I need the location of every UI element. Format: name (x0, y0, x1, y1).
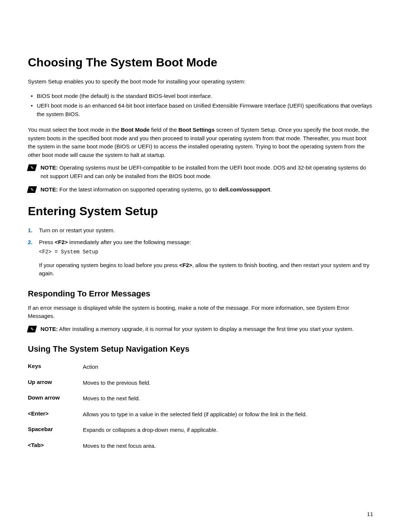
note-label: NOTE: (40, 326, 58, 332)
step-sub-paragraph: If your operating system begins to load … (39, 261, 373, 278)
note-label: NOTE: (40, 164, 58, 171)
note-block: ✎ NOTE: Operating systems must be UEFI-c… (28, 164, 373, 180)
key-f2: <F2> (55, 239, 68, 245)
boot-mode-bullet-list: BIOS boot mode (the default) is the stan… (28, 92, 373, 119)
step-item: 2. Press <F2> immediately after you see … (28, 238, 373, 278)
key-name: Up arrow (28, 379, 83, 387)
key-f2: <F2> (179, 262, 192, 268)
note-label: NOTE: (40, 186, 58, 193)
table-row: Spacebar Expands or collapses a drop-dow… (28, 422, 373, 438)
key-action: Expands or collapses a drop-down menu, i… (83, 426, 218, 434)
bold-boot-mode: Boot Mode (121, 127, 149, 133)
note-text: NOTE: After installing a memory upgrade,… (40, 325, 354, 334)
page-number: 11 (367, 511, 373, 517)
table-header-keys: Keys (28, 363, 83, 371)
note-icon: ✎ (27, 164, 37, 171)
key-name: <Tab> (28, 442, 83, 450)
note-text: NOTE: For the latest information on supp… (40, 185, 272, 194)
text-fragment: immediately after you see the following … (68, 239, 191, 245)
setup-steps-list: 1. Turn on or restart your system. 2. Pr… (28, 226, 373, 278)
code-text: <F2> = System Setup (39, 248, 373, 256)
error-messages-paragraph: If an error message is displayed while t… (28, 304, 373, 321)
key-action: Moves to the previous field. (83, 379, 151, 387)
table-header-row: Keys Action (28, 359, 373, 375)
key-name: Spacebar (28, 426, 83, 434)
note-block: ✎ NOTE: For the latest information on su… (28, 185, 373, 194)
text-fragment: . (270, 186, 272, 193)
step-number: 2. (28, 238, 33, 247)
text-fragment: For the latest information on supported … (58, 186, 219, 193)
text-fragment: field of the (150, 127, 179, 133)
boot-mode-paragraph: You must select the boot mode in the Boo… (28, 126, 373, 159)
text-fragment: After installing a memory upgrade, it is… (58, 326, 354, 332)
bold-boot-settings: Boot Settings (178, 127, 215, 133)
table-row: Up arrow Moves to the previous field. (28, 375, 373, 391)
key-name: <Enter> (28, 410, 83, 419)
note-block: ✎ NOTE: After installing a memory upgrad… (28, 325, 373, 334)
note-text: NOTE: Operating systems must be UEFI-com… (40, 164, 373, 180)
heading-choosing-boot-mode: Choosing The System Boot Mode (28, 56, 373, 69)
text-fragment: Operating systems must be UEFI-compatibl… (40, 164, 366, 179)
table-header-action: Action (83, 363, 98, 371)
heading-navigation-keys: Using The System Setup Navigation Keys (28, 344, 373, 354)
intro-paragraph: System Setup enables you to specify the … (28, 78, 373, 86)
text-fragment: If your operating system begins to load … (39, 262, 179, 268)
step-number: 1. (28, 226, 33, 235)
step-item: 1. Turn on or restart your system. (28, 226, 373, 235)
bullet-item: UEFI boot mode is an enhanced 64-bit boo… (28, 102, 373, 118)
text-fragment: You must select the boot mode in the (28, 127, 121, 133)
heading-entering-system-setup: Entering System Setup (28, 204, 373, 218)
key-name: Down arrow (28, 394, 83, 403)
note-icon: ✎ (27, 186, 37, 193)
step-text: Turn on or restart your system. (39, 227, 115, 233)
table-row: <Enter> Allows you to type in a value in… (28, 407, 373, 423)
key-action: Moves to the next field. (83, 394, 140, 403)
support-link: dell.com/ossupport (219, 186, 270, 193)
key-action: Allows you to type in a value in the sel… (83, 410, 307, 419)
navigation-keys-table: Keys Action Up arrow Moves to the previo… (28, 359, 373, 454)
text-fragment: Press (39, 239, 55, 245)
note-icon: ✎ (27, 326, 37, 332)
key-action: Moves to the next focus area. (83, 442, 156, 450)
bullet-item: BIOS boot mode (the default) is the stan… (28, 92, 373, 101)
table-row: Down arrow Moves to the next field. (28, 391, 373, 407)
table-row: <Tab> Moves to the next focus area. (28, 438, 373, 454)
heading-responding-to-error-messages: Responding To Error Messages (28, 289, 373, 299)
